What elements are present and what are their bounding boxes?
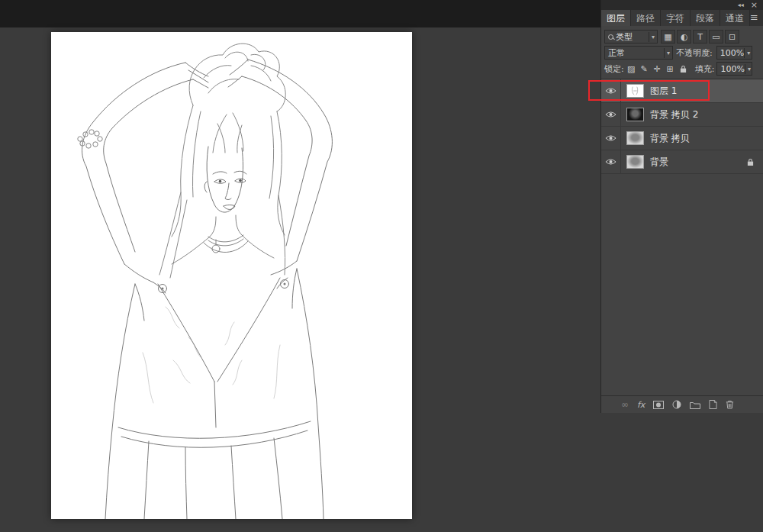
- layers-panel: ◂◂ × 图层 路径 字符 段落 通道 ≡ 类型 ▾ ▦ ◐ T ▭ ⊡ 正常 …: [600, 0, 763, 413]
- layer-thumbnail[interactable]: [626, 84, 644, 98]
- sketch-artwork: [51, 32, 412, 519]
- panel-close-icon[interactable]: ×: [751, 1, 758, 9]
- document-canvas[interactable]: [51, 32, 412, 519]
- eye-icon: [605, 158, 617, 166]
- opacity-label: 不透明度:: [676, 47, 713, 59]
- layer-style-icon[interactable]: fx: [637, 400, 645, 410]
- blend-mode-row: 正常 ▾ 不透明度: 100% ▾: [604, 46, 760, 60]
- lock-label: 锁定:: [604, 63, 624, 75]
- adjustment-layer-icon[interactable]: [672, 400, 681, 409]
- background-lock-icon: [747, 158, 754, 166]
- layer-name[interactable]: 背景 拷贝: [650, 132, 690, 145]
- lock-artboard-icon[interactable]: ⊞: [665, 63, 676, 75]
- filter-adjustment-layers-icon[interactable]: ◐: [677, 30, 691, 44]
- panel-menu-icon[interactable]: ≡: [750, 10, 763, 26]
- panel-bottom-toolbar: ∞ fx: [601, 395, 763, 413]
- filter-shape-layers-icon[interactable]: ▭: [709, 30, 723, 44]
- fill-label: 填充:: [695, 63, 715, 75]
- lock-position-icon[interactable]: ✛: [652, 63, 663, 75]
- filter-type-layers-icon[interactable]: T: [693, 30, 707, 44]
- visibility-toggle[interactable]: [601, 103, 621, 126]
- lock-transparent-icon[interactable]: ▨: [626, 63, 637, 75]
- link-layers-icon[interactable]: ∞: [621, 399, 629, 410]
- layer-row-bg-copy-2[interactable]: 背景 拷贝 2: [601, 103, 763, 127]
- lock-row: 锁定: ▨ ✎ ✛ ⊞ 填充: 100% ▾: [604, 62, 760, 76]
- filter-kind-select[interactable]: 类型 ▾: [604, 30, 658, 44]
- layer-row-layer-1[interactable]: 图层 1: [601, 79, 763, 103]
- opacity-input[interactable]: 100% ▾: [716, 46, 752, 60]
- panel-titlebar: ◂◂ ×: [601, 0, 763, 10]
- tab-channels[interactable]: 通道: [720, 10, 750, 26]
- menu-bar-area: [0, 0, 600, 27]
- tab-paths[interactable]: 路径: [631, 10, 661, 26]
- opacity-value: 100%: [720, 48, 744, 58]
- new-layer-icon[interactable]: [709, 400, 717, 409]
- tab-character[interactable]: 字符: [661, 10, 691, 26]
- tab-layers[interactable]: 图层: [601, 10, 631, 26]
- visibility-toggle[interactable]: [601, 150, 621, 173]
- eye-icon: [605, 111, 617, 118]
- lock-all-icon[interactable]: [678, 63, 689, 75]
- layer-name[interactable]: 图层 1: [650, 85, 677, 98]
- layer-name[interactable]: 背景: [650, 156, 668, 169]
- chevron-down-icon: ▾: [745, 64, 752, 74]
- layer-name[interactable]: 背景 拷贝 2: [650, 108, 698, 121]
- panel-collapse-icon[interactable]: ◂◂: [738, 2, 744, 8]
- blend-mode-value: 正常: [608, 47, 625, 59]
- blend-mode-select[interactable]: 正常 ▾: [604, 46, 673, 60]
- chevron-down-icon: ▾: [744, 48, 751, 58]
- add-layer-mask-icon[interactable]: [653, 401, 664, 409]
- panel-tabbar: 图层 路径 字符 段落 通道 ≡: [601, 10, 763, 26]
- layer-thumbnail[interactable]: [626, 131, 644, 145]
- layer-filter-row: 类型 ▾ ▦ ◐ T ▭ ⊡: [604, 30, 760, 44]
- new-group-folder-icon[interactable]: [690, 401, 700, 409]
- visibility-toggle[interactable]: [601, 127, 621, 150]
- search-icon: [608, 34, 613, 40]
- filter-kind-value: 类型: [616, 31, 633, 43]
- filter-smart-object-icon[interactable]: ⊡: [725, 30, 739, 44]
- layer-row-background[interactable]: 背景: [601, 150, 763, 174]
- eye-icon: [605, 134, 617, 142]
- layer-row-bg-copy[interactable]: 背景 拷贝: [601, 127, 763, 150]
- fill-input[interactable]: 100% ▾: [716, 62, 752, 76]
- delete-layer-trash-icon[interactable]: [726, 400, 734, 409]
- chevron-down-icon: ▾: [649, 32, 655, 42]
- eye-icon: [605, 87, 617, 95]
- chevron-down-icon: ▾: [664, 48, 671, 58]
- fill-value: 100%: [720, 64, 744, 74]
- layer-thumbnail[interactable]: [626, 108, 644, 121]
- filter-icon-group: ▦ ◐ T ▭ ⊡: [661, 30, 739, 44]
- visibility-toggle[interactable]: [601, 79, 621, 102]
- tab-paragraph[interactable]: 段落: [691, 10, 720, 26]
- lock-pixels-icon[interactable]: ✎: [639, 63, 650, 75]
- layer-thumbnail[interactable]: [626, 155, 644, 169]
- filter-pixel-layers-icon[interactable]: ▦: [661, 30, 675, 44]
- layers-list: 图层 1 背景 拷贝 2 背景 拷贝 背景: [601, 79, 763, 174]
